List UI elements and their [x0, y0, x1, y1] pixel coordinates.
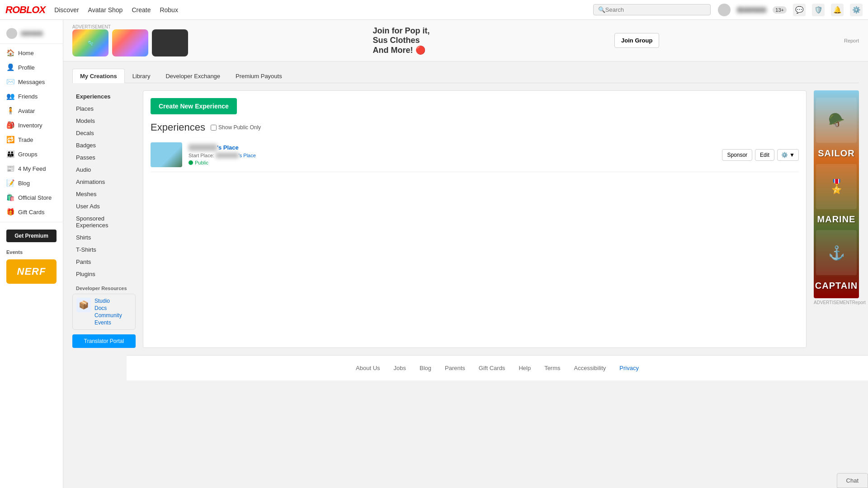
create-sidebar-item-models[interactable]: Models — [72, 115, 136, 127]
create-sidebar-item-passes[interactable]: Passes — [72, 151, 136, 164]
tab-library[interactable]: Library — [125, 69, 158, 83]
sidebar: username 🏠 Home 👤 Profile ✉️ Messages 👥 … — [0, 20, 63, 488]
footer-blog[interactable]: Blog — [420, 365, 431, 371]
footer-privacy[interactable]: Privacy — [619, 365, 639, 371]
nav-discover[interactable]: Discover — [54, 6, 79, 14]
username-display: @username — [737, 7, 767, 13]
create-sidebar-item-pants[interactable]: Pants — [72, 256, 136, 268]
sponsor-button[interactable]: Sponsor — [722, 149, 752, 161]
trade-icon: 🔁 — [6, 136, 14, 144]
footer-terms[interactable]: Terms — [544, 365, 560, 371]
footer-jobs[interactable]: Jobs — [394, 365, 406, 371]
inventory-icon: 🎒 — [6, 121, 14, 129]
ad-pop-image-3 — [152, 29, 188, 56]
dev-link-events[interactable]: Events — [94, 319, 122, 326]
search-bar: 🔍 — [593, 4, 711, 15]
create-sidebar-item-meshes[interactable]: Meshes — [72, 188, 136, 200]
create-sidebar-item-plugins[interactable]: Plugins — [72, 268, 136, 280]
dev-link-studio[interactable]: Studio — [94, 298, 122, 304]
create-new-experience-button[interactable]: Create New Experience — [151, 98, 237, 114]
footer-parents[interactable]: Parents — [445, 365, 465, 371]
experience-thumbnail — [151, 142, 182, 167]
create-sidebar-item-places[interactable]: Places — [72, 103, 136, 115]
translator-portal-button[interactable]: Translator Portal — [72, 334, 136, 348]
search-input[interactable] — [605, 6, 706, 13]
friends-icon: 👥 — [6, 92, 14, 100]
sidebar-item-friends[interactable]: 👥 Friends — [0, 89, 63, 103]
right-ad-report[interactable]: Report — [852, 300, 866, 305]
create-sidebar-item-tshirts[interactable]: T-Shirts — [72, 244, 136, 256]
ad-report[interactable]: Report — [844, 38, 859, 43]
footer-gift-cards[interactable]: Gift Cards — [479, 365, 505, 371]
sidebar-item-home[interactable]: 🏠 Home — [0, 46, 63, 60]
create-sidebar-item-audio[interactable]: Audio — [72, 164, 136, 176]
nav-robux[interactable]: Robux — [160, 6, 178, 14]
marine-label: MARINE — [817, 214, 856, 225]
edit-button[interactable]: Edit — [755, 149, 774, 161]
tab-premium-payouts[interactable]: Premium Payouts — [228, 69, 290, 83]
avatar[interactable] — [718, 4, 731, 16]
show-public-label[interactable]: Show Public Only — [211, 124, 261, 131]
gear-button[interactable]: ⚙️ ▼ — [777, 149, 799, 161]
dev-resources-label: Developer Resources — [76, 286, 136, 291]
captain-label: CAPTAIN — [815, 281, 858, 291]
sidebar-item-inventory[interactable]: 🎒 Inventory — [0, 118, 63, 132]
nerf-text: NERF — [17, 266, 46, 277]
sidebar-item-profile[interactable]: 👤 Profile — [0, 60, 63, 75]
right-ad-image: 🪖 SAILOR 🎖️ MARINE ⚓ CAPTAIN — [814, 90, 859, 298]
nav-create[interactable]: Create — [132, 6, 151, 14]
sidebar-item-my-feed[interactable]: 📰 4 My Feed — [0, 161, 63, 176]
experience-name[interactable]: Username's Place — [189, 144, 716, 151]
ad-pop-image-2 — [112, 29, 148, 56]
sidebar-username: username — [21, 31, 43, 36]
sidebar-item-gift-cards[interactable]: 🎁 Gift Cards — [0, 205, 63, 219]
content-area: My Creations Library Developer Exchange … — [63, 61, 868, 355]
create-sidebar-item-sponsored[interactable]: Sponsored Experiences — [72, 212, 136, 231]
sidebar-item-groups[interactable]: 👪 Groups — [0, 147, 63, 161]
gift-cards-icon: 🎁 — [6, 208, 14, 216]
experience-start-place-link[interactable]: Username's Place — [216, 153, 256, 158]
dev-resources-icon: 📦 — [76, 298, 91, 312]
create-sidebar-item-badges[interactable]: Badges — [72, 139, 136, 151]
create-sidebar-item-shirts[interactable]: Shirts — [72, 231, 136, 244]
ad-label-left: ADVERTISEMENT 🫧 — [72, 24, 188, 56]
ad-pop-area: 🫧 — [72, 29, 188, 56]
dev-link-docs[interactable]: Docs — [94, 305, 122, 311]
marine-character: 🎖️ — [816, 164, 857, 209]
sidebar-item-blog[interactable]: 📝 Blog — [0, 176, 63, 190]
sidebar-item-avatar[interactable]: 🧍 Avatar — [0, 103, 63, 118]
experience-name-blurred: Username — [189, 144, 217, 151]
avatar-icon: 🧍 — [6, 107, 14, 115]
create-sidebar-item-animations[interactable]: Animations — [72, 176, 136, 188]
create-sidebar-item-decals[interactable]: Decals — [72, 127, 136, 139]
footer-about-us[interactable]: About Us — [356, 365, 380, 371]
nerf-banner[interactable]: NERF — [6, 259, 57, 284]
get-premium-button[interactable]: Get Premium — [6, 230, 57, 242]
dev-link-community[interactable]: Community — [94, 312, 122, 319]
nav-links: Discover Avatar Shop Create Robux — [54, 6, 586, 14]
footer: About Us Jobs Blog Parents Gift Cards He… — [127, 355, 868, 380]
sailor-character: 🪖 — [816, 98, 857, 143]
sidebar-item-trade[interactable]: 🔁 Trade — [0, 132, 63, 147]
chat-bar[interactable]: Chat — [837, 473, 868, 488]
create-sidebar-item-experiences[interactable]: Experiences — [72, 90, 136, 103]
create-sidebar: Experiences Places Models Decals Badges … — [72, 90, 136, 348]
sidebar-item-messages[interactable]: ✉️ Messages — [0, 75, 63, 89]
tab-my-creations[interactable]: My Creations — [72, 69, 125, 83]
footer-accessibility[interactable]: Accessibility — [574, 365, 606, 371]
blog-icon: 📝 — [6, 179, 14, 187]
bell-icon[interactable]: 🔔 — [831, 4, 844, 16]
join-group-button[interactable]: Join Group — [614, 33, 659, 48]
nav-avatar-shop[interactable]: Avatar Shop — [88, 6, 123, 14]
shield-icon[interactable]: 🛡️ — [812, 4, 825, 16]
footer-help[interactable]: Help — [519, 365, 531, 371]
create-sidebar-item-user-ads[interactable]: User Ads — [72, 200, 136, 212]
show-public-checkbox[interactable] — [211, 125, 217, 131]
tabs: My Creations Library Developer Exchange … — [72, 69, 859, 83]
captain-character: ⚓ — [816, 230, 857, 275]
tab-developer-exchange[interactable]: Developer Exchange — [158, 69, 228, 83]
settings-icon[interactable]: ⚙️ — [850, 4, 863, 16]
sidebar-item-official-store[interactable]: 🛍️ Official Store — [0, 190, 63, 205]
chat-icon[interactable]: 💬 — [793, 4, 806, 16]
experience-start-place: Start Place: Username's Place — [189, 153, 716, 158]
